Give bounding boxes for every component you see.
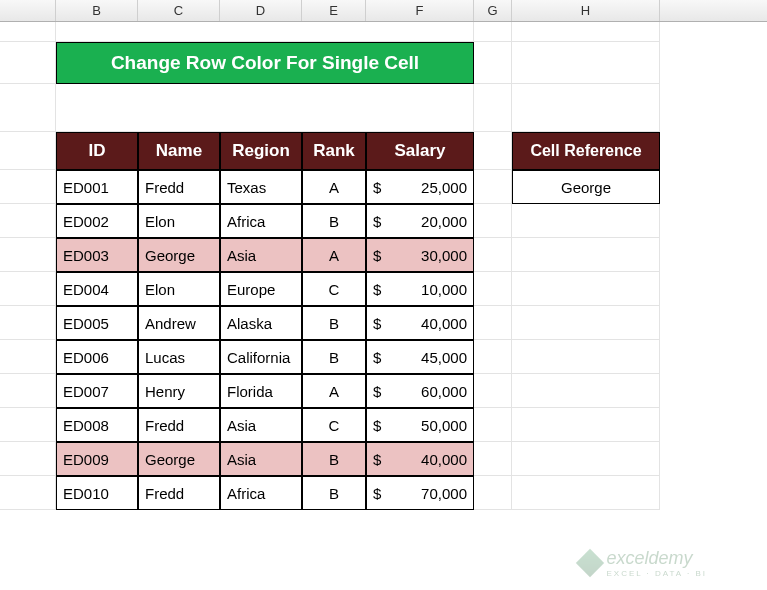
cell-name[interactable]: George <box>138 442 220 476</box>
blank[interactable] <box>512 442 660 476</box>
blank[interactable] <box>474 306 512 340</box>
ref-value[interactable]: George <box>512 170 660 204</box>
cell-salary[interactable]: $40,000 <box>366 306 474 340</box>
table-row[interactable]: ED007HenryFloridaA$60,000 <box>0 374 767 408</box>
table-row[interactable]: ED009GeorgeAsiaB$40,000 <box>0 442 767 476</box>
blank[interactable] <box>474 408 512 442</box>
blank[interactable] <box>474 204 512 238</box>
cell-id[interactable]: ED006 <box>56 340 138 374</box>
cell-region[interactable]: Alaska <box>220 306 302 340</box>
cell-region[interactable]: Texas <box>220 170 302 204</box>
blank[interactable] <box>512 84 660 132</box>
cell-region[interactable]: California <box>220 340 302 374</box>
th-id[interactable]: ID <box>56 132 138 170</box>
colhdr-B[interactable]: B <box>56 0 138 21</box>
cell-rank[interactable]: B <box>302 306 366 340</box>
th-salary[interactable]: Salary <box>366 132 474 170</box>
cell-region[interactable]: Asia <box>220 238 302 272</box>
cell-salary[interactable]: $70,000 <box>366 476 474 510</box>
cell-salary[interactable]: $10,000 <box>366 272 474 306</box>
cell-salary[interactable]: $45,000 <box>366 340 474 374</box>
cell-name[interactable]: Lucas <box>138 340 220 374</box>
cell-region[interactable]: Asia <box>220 442 302 476</box>
blank[interactable] <box>474 22 512 42</box>
cell-rank[interactable]: C <box>302 272 366 306</box>
cell-name[interactable]: George <box>138 238 220 272</box>
blank[interactable] <box>474 272 512 306</box>
cell-rank[interactable]: B <box>302 340 366 374</box>
cell-id[interactable]: ED004 <box>56 272 138 306</box>
blank[interactable] <box>512 42 660 84</box>
cell-name[interactable]: Henry <box>138 374 220 408</box>
cell-id[interactable]: ED007 <box>56 374 138 408</box>
colhdr-E[interactable]: E <box>302 0 366 21</box>
cell-id[interactable]: ED009 <box>56 442 138 476</box>
cell-name[interactable]: Fredd <box>138 170 220 204</box>
blank[interactable] <box>474 170 512 204</box>
blank[interactable] <box>474 42 512 84</box>
cell-region[interactable]: Asia <box>220 408 302 442</box>
colhdr-C[interactable]: C <box>138 0 220 21</box>
table-row[interactable]: ED008FreddAsiaC$50,000 <box>0 408 767 442</box>
cell-salary[interactable]: $25,000 <box>366 170 474 204</box>
cell-region[interactable]: Florida <box>220 374 302 408</box>
page-title[interactable]: Change Row Color For Single Cell <box>56 42 474 84</box>
blank[interactable] <box>512 306 660 340</box>
blank[interactable] <box>512 272 660 306</box>
colhdr-D[interactable]: D <box>220 0 302 21</box>
colhdr-F[interactable]: F <box>366 0 474 21</box>
cell-region[interactable]: Europe <box>220 272 302 306</box>
cell-rank[interactable]: B <box>302 476 366 510</box>
cell-id[interactable]: ED003 <box>56 238 138 272</box>
cell-name[interactable]: Fredd <box>138 476 220 510</box>
cell-rank[interactable]: C <box>302 408 366 442</box>
blank[interactable] <box>512 476 660 510</box>
cell-region[interactable]: Africa <box>220 476 302 510</box>
cell-id[interactable]: ED001 <box>56 170 138 204</box>
cell-name[interactable]: Elon <box>138 272 220 306</box>
cell-salary[interactable]: $50,000 <box>366 408 474 442</box>
blank[interactable] <box>512 204 660 238</box>
cell-rank[interactable]: B <box>302 204 366 238</box>
table-row[interactable]: ED003GeorgeAsiaA$30,000 <box>0 238 767 272</box>
blank[interactable] <box>474 374 512 408</box>
th-name[interactable]: Name <box>138 132 220 170</box>
blank[interactable] <box>512 340 660 374</box>
cell-region[interactable]: Africa <box>220 204 302 238</box>
blank[interactable] <box>474 84 512 132</box>
cell-rank[interactable]: B <box>302 442 366 476</box>
blank[interactable] <box>474 238 512 272</box>
colhdr-G[interactable]: G <box>474 0 512 21</box>
blank[interactable] <box>512 22 660 42</box>
th-region[interactable]: Region <box>220 132 302 170</box>
cell-salary[interactable]: $40,000 <box>366 442 474 476</box>
cell-id[interactable]: ED005 <box>56 306 138 340</box>
th-rank[interactable]: Rank <box>302 132 366 170</box>
blank[interactable] <box>56 84 474 132</box>
cell-id[interactable]: ED008 <box>56 408 138 442</box>
cell-salary[interactable]: $60,000 <box>366 374 474 408</box>
blank[interactable] <box>512 408 660 442</box>
rowhdr-corner[interactable] <box>0 0 56 21</box>
table-row[interactable]: ED004ElonEuropeC$10,000 <box>0 272 767 306</box>
blank[interactable] <box>474 476 512 510</box>
cell-salary[interactable]: $30,000 <box>366 238 474 272</box>
cell-name[interactable]: Elon <box>138 204 220 238</box>
ref-header[interactable]: Cell Reference <box>512 132 660 170</box>
colhdr-H[interactable]: H <box>512 0 660 21</box>
cell-rank[interactable]: A <box>302 170 366 204</box>
cell-rank[interactable]: A <box>302 374 366 408</box>
cell-salary[interactable]: $20,000 <box>366 204 474 238</box>
table-row[interactable]: ED005AndrewAlaskaB$40,000 <box>0 306 767 340</box>
table-row[interactable]: ED010FreddAfricaB$70,000 <box>0 476 767 510</box>
cell-rank[interactable]: A <box>302 238 366 272</box>
table-row[interactable]: ED006LucasCaliforniaB$45,000 <box>0 340 767 374</box>
blank[interactable] <box>474 442 512 476</box>
cell-name[interactable]: Andrew <box>138 306 220 340</box>
table-row[interactable]: ED002ElonAfricaB$20,000 <box>0 204 767 238</box>
grid-body[interactable]: Change Row Color For Single Cell ID Name… <box>0 22 767 510</box>
blank[interactable] <box>512 374 660 408</box>
blank[interactable] <box>512 238 660 272</box>
blank[interactable] <box>474 340 512 374</box>
cell-id[interactable]: ED010 <box>56 476 138 510</box>
